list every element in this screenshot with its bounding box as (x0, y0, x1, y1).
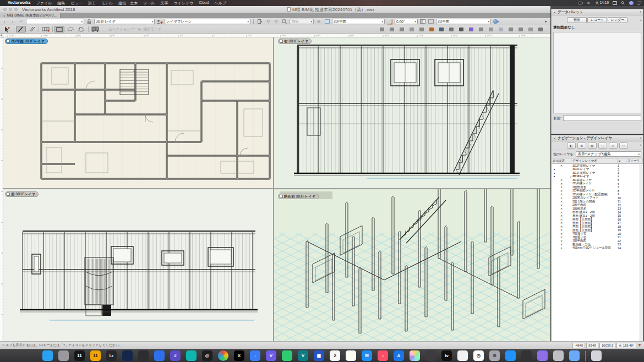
layer-hidden-mark[interactable]: ✕ (557, 196, 566, 200)
dock-icon-pinwheel-browser[interactable] (218, 350, 228, 361)
dock-icon-safari[interactable] (505, 350, 516, 361)
lock-icon[interactable] (86, 19, 92, 25)
layer-hidden-mark[interactable]: ✕ (557, 211, 566, 214)
layer-hidden-mark[interactable]: ✕ (557, 225, 566, 228)
layer-hidden-mark[interactable]: ✕ (557, 243, 566, 246)
navigation-palette-titlebar[interactable]: ✕ ナビゲーション - デザインレイヤ ? (552, 135, 643, 141)
viewport-label-top-plan[interactable]: 2D/平面 3D1Fレイヤ (5, 39, 48, 44)
dock-icon-system-preferences[interactable]: ⚙ (489, 350, 500, 361)
layer-hidden-mark[interactable]: ✕ (557, 207, 566, 210)
dock-icon-clock[interactable]: ◷ (473, 350, 484, 361)
menu-item-11[interactable]: ヘルプ (215, 1, 227, 6)
dock-icon-blue-grid-app[interactable]: ▦ (314, 350, 324, 361)
render-bucket-icon[interactable] (427, 26, 435, 32)
menu-item-9[interactable]: ウインドウ (173, 1, 193, 6)
layer-hidden-mark[interactable]: ✕ (557, 232, 566, 235)
layer-table-header[interactable]: 表示設定 デザインレイヤ名 # ストーリ (552, 158, 643, 164)
layer-hidden-mark[interactable]: ✕ (557, 164, 566, 167)
pan-tool-icon[interactable] (407, 26, 416, 32)
multi-pane-icon[interactable] (324, 19, 330, 25)
menu-clock[interactable]: 火 14:10 (595, 1, 609, 6)
menu-item-3[interactable]: ビュー (70, 1, 82, 6)
other-layers-dropdown[interactable]: 表示+スナップ+編集 (576, 151, 641, 157)
document-proxy-icon[interactable] (287, 7, 291, 12)
page-options-icon[interactable]: ▾ (256, 19, 263, 25)
layer-hidden-mark[interactable]: ✕ (557, 228, 566, 232)
dock-icon-app-11-yellow[interactable]: 11 (90, 350, 101, 361)
layer-hidden-mark[interactable]: ✕ (557, 200, 566, 203)
close-palette-icon[interactable]: ✕ (553, 136, 556, 140)
lasso-marquee-icon[interactable] (66, 26, 75, 32)
viewport-label-right-elevation[interactable]: 右 3D1Fレイヤ (278, 39, 312, 44)
opacity-icon[interactable] (487, 26, 495, 32)
viewports-icon[interactable]: ⬚ (598, 142, 607, 149)
rectangle-marquee-icon[interactable] (54, 26, 64, 32)
layer-hidden-mark[interactable]: ✕ (557, 235, 566, 239)
settings-strip-icon[interactable] (536, 26, 544, 32)
forward-button[interactable]: › (9, 19, 16, 25)
layer-hidden-mark[interactable]: ✕ (557, 246, 566, 250)
layer-visible-icon[interactable]: ● (552, 172, 557, 174)
menu-item-10[interactable]: Cloud (199, 1, 209, 6)
view-dropdown[interactable]: 2D/平面 (332, 19, 385, 24)
gradient-icon[interactable] (496, 26, 505, 32)
split-view-icon[interactable] (516, 26, 525, 32)
palette-overflow-icon[interactable]: ▸ (640, 18, 642, 21)
fit-page-icon[interactable]: ▣ (315, 19, 322, 25)
dock-icon-blue-app[interactable] (154, 350, 165, 361)
undo-view-button[interactable]: ↩ (18, 19, 24, 25)
cabinet-mode-icon[interactable] (90, 26, 100, 32)
tab-close-icon[interactable]: × (3, 14, 6, 18)
close-palette-icon[interactable]: ✕ (553, 10, 556, 14)
volume-icon[interactable] (587, 1, 591, 5)
tab-shape[interactable]: 形状 (567, 17, 587, 23)
window-title-bar[interactable]: Vectorworks Architect 2018 M様 BIM化 推進本部2… (0, 6, 550, 13)
pane-grid-icon[interactable] (428, 19, 434, 25)
dock-icon-gray-sphere-app[interactable] (58, 350, 69, 361)
pen-tool-icon[interactable] (16, 26, 26, 32)
sheet-layers-icon[interactable]: ▤ (588, 142, 597, 149)
tab-record[interactable]: レコード (587, 17, 607, 23)
dock-icon-green-app[interactable] (282, 350, 292, 361)
dock-icon-dark-app-2[interactable] (521, 350, 532, 361)
dock-icon-downloads-folder[interactable] (569, 350, 580, 361)
orbit-tool-icon[interactable] (397, 26, 406, 32)
dock-icon-lightroom[interactable]: Lr (106, 350, 117, 361)
render-style-icon[interactable] (437, 26, 445, 32)
artistic-render-icon[interactable] (447, 26, 455, 32)
screen-mirroring-icon[interactable] (613, 1, 617, 5)
rotate-left-icon[interactable]: ⟲ (265, 19, 271, 25)
viewport-label-isometric[interactable]: 斜め右 3D1Fレイヤ (278, 194, 319, 199)
layer-hidden-mark[interactable]: ✕ (557, 182, 566, 185)
dock-icon-camera-app[interactable] (425, 350, 436, 361)
rotation-angle-field[interactable]: 0.00° (395, 19, 418, 24)
dock-icon-notes-app[interactable] (346, 350, 356, 361)
document-tab[interactable]: × M様 BIM化 推進本部2024070... (0, 13, 61, 18)
references-icon[interactable]: ↪ (619, 142, 628, 149)
dock-icon-trash[interactable] (591, 350, 602, 361)
layer-hidden-mark[interactable]: ✕ (557, 204, 566, 207)
purple-swatch-icon[interactable] (467, 26, 475, 32)
help-icon[interactable]: ? (640, 10, 641, 14)
dock-icon-x-app[interactable]: X (234, 350, 244, 361)
layer-hidden-mark[interactable]: ✕ (557, 185, 566, 189)
back-button[interactable]: ‹ (1, 19, 8, 25)
double-line-tool-icon[interactable] (27, 26, 37, 32)
spotlight-search-icon[interactable] (621, 1, 625, 5)
dock-icon-teal-app[interactable] (186, 350, 197, 361)
dock-icon-dark-navy-app[interactable] (122, 350, 133, 361)
dock-icon-app-store[interactable]: A (394, 350, 404, 361)
viewport-label-front-elevation[interactable]: 前 3D1Fレイヤ (5, 191, 39, 197)
viewport-isometric[interactable]: 斜め右 3D1Fレイヤ (274, 189, 550, 341)
layer-hidden-mark[interactable]: ✕ (557, 218, 566, 221)
selection-tool-icon[interactable] (2, 26, 12, 32)
layer-visible-icon[interactable]: ● (552, 168, 557, 171)
menu-item-5[interactable]: モデル (101, 1, 113, 6)
class-options-icon[interactable] (156, 19, 163, 25)
layer-visible-icon[interactable]: ● (552, 175, 557, 178)
active-layer-dropdown[interactable]: 3D1Fレイヤ (94, 19, 155, 24)
dock-icon-hash-purple-app[interactable]: # (170, 350, 181, 361)
dock-icon-purple-app-2[interactable] (537, 350, 548, 361)
dock-icon-music[interactable]: ♪ (378, 350, 388, 361)
render-mode-dropdown[interactable]: 2D平面 (436, 19, 491, 24)
